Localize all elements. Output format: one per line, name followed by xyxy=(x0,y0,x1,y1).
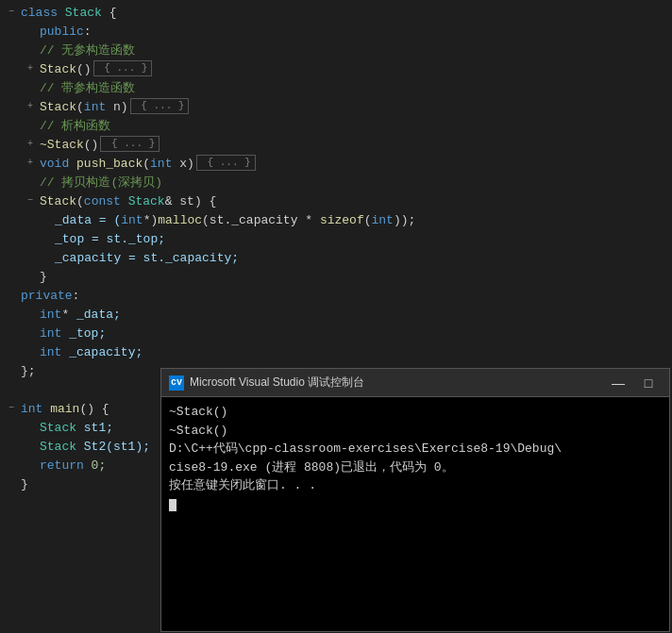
code-token: : xyxy=(73,287,80,306)
code-token: : xyxy=(84,23,92,42)
code-token: ~Stack xyxy=(40,136,84,155)
code-token: const xyxy=(84,192,121,211)
code-token: Stack xyxy=(128,192,165,211)
code-token: int xyxy=(372,211,394,230)
code-line: +void push_back(int x) { ... } xyxy=(0,155,672,174)
fold-collapse-icon[interactable]: − xyxy=(4,400,19,415)
code-line: } xyxy=(0,268,672,287)
collapsed-code-block[interactable]: { ... } xyxy=(93,60,153,76)
code-token: Stack xyxy=(40,192,76,211)
code-token: * xyxy=(61,306,76,325)
code-editor: −class Stack {public:// 无参构造函数+Stack() {… xyxy=(0,0,672,633)
code-token: // 带参构造函数 xyxy=(40,79,135,98)
code-line: _data = (int*)malloc(st._capacity * size… xyxy=(0,211,672,230)
terminal-maximize-button[interactable]: □ xyxy=(635,373,662,393)
code-token: () xyxy=(76,60,92,79)
code-token: // 析构函数 xyxy=(40,117,110,136)
code-token: )); xyxy=(394,211,415,230)
code-token: } xyxy=(21,475,28,494)
code-line: _capacity = st._capacity; xyxy=(0,249,672,268)
code-token: _capacity; xyxy=(69,343,143,362)
fold-expand-icon[interactable]: + xyxy=(23,136,38,151)
terminal-body: ~Stack()~Stack()D:\C++代码\cpp-classroom-e… xyxy=(161,397,669,631)
code-token: ( xyxy=(76,98,84,117)
terminal-cursor-line xyxy=(169,495,662,514)
code-token: Stack xyxy=(40,438,76,457)
terminal-title: Microsoft Visual Studio 调试控制台 xyxy=(190,375,605,391)
code-token: 0; xyxy=(84,457,106,475)
code-line: // 无参构造函数 xyxy=(0,42,672,60)
code-line: +~Stack() { ... } xyxy=(0,136,672,155)
code-token: push_back xyxy=(76,155,143,174)
terminal-minimize-button[interactable]: — xyxy=(605,373,631,393)
code-token: int xyxy=(40,325,61,343)
code-token: // 拷贝构造(深拷贝) xyxy=(40,174,162,192)
fold-expand-icon[interactable]: + xyxy=(23,98,38,113)
code-token: main xyxy=(50,400,79,419)
terminal-window: cv Microsoft Visual Studio 调试控制台 — □ ~St… xyxy=(160,368,670,632)
code-token xyxy=(121,192,128,211)
code-token: ( xyxy=(76,192,84,211)
code-token: void xyxy=(40,155,69,174)
code-token: x) xyxy=(172,155,193,174)
code-token xyxy=(42,400,50,419)
code-token: int xyxy=(40,306,61,325)
code-line: +Stack() { ... } xyxy=(0,60,672,79)
fold-collapse-icon[interactable]: − xyxy=(23,192,38,208)
code-line: _top = st._top; xyxy=(0,230,672,249)
code-token: ( xyxy=(364,211,372,230)
code-token: Stack xyxy=(65,4,102,23)
code-line: // 拷贝构造(深拷贝) xyxy=(0,174,672,192)
code-token: public xyxy=(40,23,84,42)
terminal-line: ~Stack() xyxy=(169,403,662,422)
code-token: (st._capacity * xyxy=(202,211,320,230)
code-token: int xyxy=(150,155,172,174)
code-line: +Stack(int n) { ... } xyxy=(0,98,672,117)
code-line: private: xyxy=(0,287,672,306)
fold-expand-icon[interactable]: + xyxy=(23,155,38,170)
code-token: *) xyxy=(143,211,159,230)
code-token: n) xyxy=(106,98,127,117)
collapsed-code-block[interactable]: { ... } xyxy=(100,136,160,152)
code-token: class xyxy=(21,4,65,23)
code-line: public: xyxy=(0,23,672,42)
code-token: _data; xyxy=(76,306,121,325)
code-line: −class Stack { xyxy=(0,4,672,23)
code-token: & st) { xyxy=(165,192,217,211)
code-token: { xyxy=(102,4,117,23)
terminal-cursor xyxy=(169,499,176,511)
code-token: _data = ( xyxy=(55,211,121,230)
code-token: St2(st1); xyxy=(76,438,150,457)
code-line: −Stack(const Stack& st) { xyxy=(0,192,672,211)
code-token: Stack xyxy=(40,419,76,438)
code-token: _top = st._top; xyxy=(55,230,165,249)
collapsed-code-block[interactable]: { ... } xyxy=(130,98,190,114)
code-token: int xyxy=(21,400,42,419)
code-token: sizeof xyxy=(320,211,364,230)
code-token: // 无参构造函数 xyxy=(40,42,135,60)
code-token: () xyxy=(84,136,99,155)
code-token: malloc xyxy=(158,211,202,230)
code-token: return xyxy=(40,457,84,475)
code-token: st1; xyxy=(76,419,113,438)
fold-collapse-icon[interactable]: − xyxy=(4,4,19,19)
code-token: int xyxy=(40,343,61,362)
code-token: Stack xyxy=(40,98,76,117)
code-token: () { xyxy=(79,400,109,419)
code-token: }; xyxy=(21,362,36,381)
code-line: int _top; xyxy=(0,325,672,343)
terminal-line: D:\C++代码\cpp-classroom-exercises\Exercis… xyxy=(169,440,662,458)
code-token: } xyxy=(40,268,47,287)
code-token: _top; xyxy=(69,325,106,343)
code-token: int xyxy=(84,98,106,117)
terminal-controls: — □ xyxy=(605,373,662,393)
terminal-line: ~Stack() xyxy=(169,422,662,441)
code-token: private xyxy=(21,287,73,306)
terminal-line: 按任意键关闭此窗口. . . xyxy=(169,476,662,495)
code-line: // 析构函数 xyxy=(0,117,672,136)
code-token: ( xyxy=(143,155,150,174)
code-token: Stack xyxy=(40,60,76,79)
collapsed-code-block[interactable]: { ... } xyxy=(196,155,256,171)
terminal-app-icon: cv xyxy=(169,375,184,391)
fold-expand-icon[interactable]: + xyxy=(23,60,38,75)
